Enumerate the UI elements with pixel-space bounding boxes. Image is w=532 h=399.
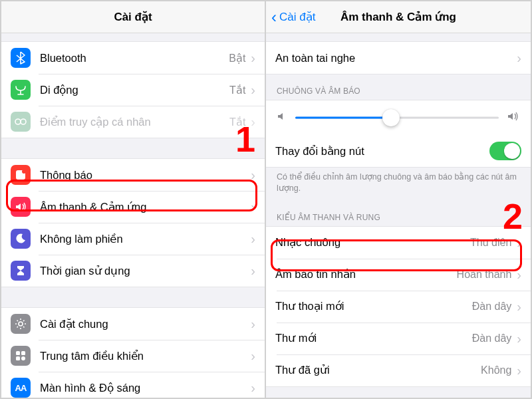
page-title: Cài đặt [114,10,152,24]
row-hotspot: Điểm truy cập cá nhân Tắt › [1,106,265,138]
chevron-right-icon: › [251,264,255,277]
svg-point-3 [22,170,26,174]
svg-point-4 [19,322,23,326]
notify-icon [11,165,31,185]
display-icon: AA [11,378,31,398]
annotation-2: 2 [503,198,523,234]
chevron-right-icon: › [251,232,255,245]
row-dnd[interactable]: Không làm phiền › [1,223,265,255]
chevron-right-icon: › [251,317,255,331]
svg-rect-6 [21,351,25,355]
section-ringer-footer: Có thể điều chỉnh âm lượng chuông và âm … [266,168,531,201]
row-general[interactable]: Cài đặt chung › [1,308,265,340]
section-ringer-header: CHUÔNG VÀ ÂM BÁO [266,74,531,100]
navbar-right: ‹ Cài đặt Âm thanh & Cảm ứng [266,1,531,33]
switch-change-with-buttons[interactable] [489,142,521,160]
chevron-left-icon: ‹ [271,9,277,25]
control-icon [11,346,31,366]
row-bluetooth[interactable]: Bluetooth Bật › [1,42,265,74]
chevron-right-icon: › [251,381,255,394]
svg-rect-7 [16,356,20,360]
row-change-with-buttons[interactable]: Thay đổi bằng nút [266,135,531,167]
row-cellular[interactable]: Di động Tắt › [1,74,265,106]
settings-root-pane: Cài đặt Bluetooth Bật › Di động [1,1,266,398]
row-text-tone[interactable]: Âm báo tin nhắn Hoàn thành › [266,259,531,291]
svg-point-1 [21,119,26,124]
chevron-right-icon: › [517,364,521,377]
chevron-right-icon: › [517,236,521,249]
navbar-left: Cài đặt [1,1,265,33]
row-headphone-safety[interactable]: An toàn tai nghe › [266,42,531,74]
sounds-haptics-pane: ‹ Cài đặt Âm thanh & Cảm ứng An toàn tai… [266,1,531,398]
back-button[interactable]: ‹ Cài đặt [271,1,315,33]
chevron-right-icon: › [517,300,521,313]
gear-icon [11,314,31,334]
chevron-right-icon: › [517,51,521,65]
row-notifications[interactable]: Thông báo › [1,159,265,191]
bluetooth-icon [11,48,31,68]
cellular-icon [11,80,31,100]
row-sounds-haptics[interactable]: Âm thanh & Cảm ứng › [1,191,265,223]
moon-icon [11,229,31,249]
slider-thumb[interactable] [382,109,400,126]
speaker-low-icon [277,112,287,124]
chevron-right-icon: › [517,268,521,281]
chevron-right-icon: › [251,200,255,213]
hourglass-icon [11,261,31,281]
row-ringtone[interactable]: Nhạc chuông Thu điên › [266,227,531,259]
ringer-volume-slider[interactable] [266,100,531,135]
chevron-right-icon: › [251,51,255,65]
chevron-right-icon: › [251,349,255,362]
svg-point-0 [15,119,21,124]
slider-track[interactable] [295,108,499,127]
row-screentime[interactable]: Thời gian sử dụng › [1,255,265,287]
row-display[interactable]: AA Màn hình & Độ sáng › [1,372,265,398]
chevron-right-icon: › [251,168,255,182]
sound-icon [11,197,31,217]
row-control-center[interactable]: Trung tâm điều khiển › [1,340,265,372]
speaker-high-icon [507,111,520,124]
chevron-right-icon: › [251,83,255,96]
hotspot-icon [11,112,31,132]
section-sound-patterns-header: KIỂU ÂM THANH VÀ RUNG [266,201,531,226]
svg-point-8 [21,356,25,360]
row-voicemail[interactable]: Thư thoại mới Đàn dây › [266,291,531,323]
row-new-mail[interactable]: Thư mới Đàn dây › [266,323,531,354]
svg-rect-5 [16,351,20,355]
page-title: Âm thanh & Cảm ứng [340,10,456,24]
row-sent-mail[interactable]: Thư đã gửi Không › [266,354,531,386]
annotation-1: 1 [235,121,255,157]
chevron-right-icon: › [517,332,521,345]
